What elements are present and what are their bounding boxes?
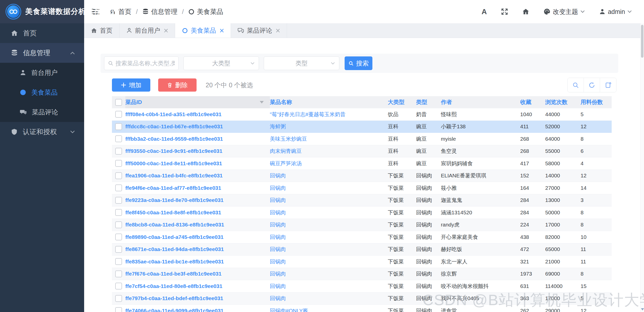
theme-switcher[interactable]: 改变主题 bbox=[543, 8, 585, 16]
column-header-type[interactable]: 类型 bbox=[416, 98, 441, 106]
tab-home[interactable]: 首页 bbox=[84, 23, 120, 38]
dish-id-link[interactable]: fff50000-c0ac-11ed-8e11-e8fb1c9ee031 bbox=[125, 160, 222, 167]
dish-id-link[interactable]: ffe797b4-c0aa-11ed-bdef-e8fb1c9ee031 bbox=[125, 295, 223, 301]
home-button[interactable] bbox=[522, 8, 529, 15]
dish-name-link[interactable]: 回锅肉 bbox=[270, 283, 286, 289]
dish-name-link[interactable]: 回锅肉 bbox=[270, 210, 286, 215]
table-row[interactable]: ffe9223a-c0aa-11ed-8e70-e8fb1c9ee031 回锅肉… bbox=[112, 194, 612, 207]
dish-name-link[interactable]: 回锅肉#ONLY酱 bbox=[270, 308, 308, 312]
dish-id-link[interactable]: ffe835ae-c0aa-11ed-bc1e-e8fb1c9ee031 bbox=[125, 259, 224, 265]
table-row[interactable]: ffe835ae-c0aa-11ed-bc1e-e8fb1c9ee031 回锅肉… bbox=[112, 256, 612, 268]
dish-name-link[interactable]: 回锅肉 bbox=[270, 173, 286, 178]
search-button[interactable]: 搜索 bbox=[345, 56, 372, 70]
dish-name-link[interactable]: 美味玉米炒豌豆 bbox=[270, 136, 307, 142]
column-header-id[interactable]: 菜品ID bbox=[125, 96, 270, 108]
row-checkbox[interactable] bbox=[115, 295, 122, 302]
tab-dish-comments[interactable]: 菜品评论 bbox=[231, 23, 287, 38]
table-row[interactable]: fffbb3a2-c0ac-11ed-9559-e8fb1c9ee031 美味玉… bbox=[112, 133, 612, 145]
refresh-button[interactable] bbox=[584, 78, 600, 92]
row-checkbox[interactable] bbox=[115, 172, 122, 179]
column-header-author[interactable]: 作者 bbox=[441, 98, 520, 106]
column-header-name[interactable]: 菜品名称 bbox=[270, 98, 388, 106]
major-category-select[interactable]: 大类型 bbox=[183, 56, 259, 70]
dish-id-link[interactable]: ffe8671e-c0aa-11ed-94da-e8fb1c9ee031 bbox=[125, 246, 224, 252]
dish-id-link[interactable]: ffea1906-c0aa-11ed-b4fc-e8fb1c9ee031 bbox=[125, 173, 223, 179]
sidebar-item-dish-comments[interactable]: 菜品评论 bbox=[0, 102, 84, 122]
table-row[interactable]: ffe8671e-c0aa-11ed-94da-e8fb1c9ee031 回锅肉… bbox=[112, 243, 612, 256]
dish-name-link[interactable]: "莓"好春光日志#蔓越莓玉米奶昔 bbox=[270, 111, 346, 117]
dish-id-link[interactable]: fff93550-c0ac-11ed-9c91-e8fb1c9ee031 bbox=[125, 148, 222, 154]
column-header-category[interactable]: 大类型 bbox=[388, 98, 416, 106]
dish-id-link[interactable]: fffbb3a2-c0ac-11ed-9559-e8fb1c9ee031 bbox=[125, 136, 223, 142]
table-row[interactable]: fff50000-c0ac-11ed-8e11-e8fb1c9ee031 碗豆芦… bbox=[112, 157, 612, 170]
column-header-favorites[interactable]: 收藏 bbox=[520, 98, 545, 106]
user-menu[interactable]: admin bbox=[599, 8, 632, 15]
row-checkbox[interactable] bbox=[115, 184, 122, 191]
dish-name-link[interactable]: 回锅肉 bbox=[270, 234, 286, 240]
dish-name-link[interactable]: 回锅肉 bbox=[270, 295, 286, 301]
breadcrumb-item-dishes[interactable]: 美食菜品 bbox=[188, 7, 223, 16]
dish-name-link[interactable]: 碗豆芦笋浓汤 bbox=[270, 160, 302, 166]
dish-id-link[interactable]: ffe74066-c0aa-11ed-9099-e8fb1c9ee031 bbox=[125, 308, 224, 312]
dish-id-link[interactable]: ffe9223a-c0aa-11ed-8e70-e8fb1c9ee031 bbox=[125, 197, 224, 203]
table-row[interactable]: ffe8f450-c0aa-11ed-8e8f-e8fb1c9ee031 回锅肉… bbox=[112, 206, 612, 219]
row-checkbox[interactable] bbox=[115, 123, 122, 130]
delete-button[interactable]: 删除 bbox=[158, 78, 197, 92]
row-checkbox[interactable] bbox=[115, 209, 122, 216]
dish-id-link[interactable]: ffe94f6e-c0aa-11ed-af77-e8fb1c9ee031 bbox=[125, 185, 221, 191]
sidebar-item-auth[interactable]: 认证和授权 bbox=[0, 122, 84, 142]
row-checkbox[interactable] bbox=[115, 258, 122, 265]
dish-name-link[interactable]: 回锅肉 bbox=[270, 246, 286, 252]
scrollbar-thumb[interactable] bbox=[641, 25, 643, 58]
sidebar-item-info-management[interactable]: 信息管理 bbox=[0, 43, 84, 63]
table-row[interactable]: ffe7f676-c0aa-11ed-be3f-e8fb1c9ee031 回锅肉… bbox=[112, 268, 612, 280]
breadcrumb-item-info[interactable]: 信息管理 bbox=[142, 7, 177, 16]
dish-id-link[interactable]: ffe7f676-c0aa-11ed-be3f-e8fb1c9ee031 bbox=[125, 271, 222, 277]
column-header-portions[interactable]: 用料份数 bbox=[581, 98, 612, 106]
row-checkbox[interactable] bbox=[115, 271, 122, 277]
sort-descending-icon[interactable] bbox=[260, 101, 264, 103]
columns-settings-button[interactable] bbox=[600, 78, 616, 92]
dish-name-link[interactable]: 回锅肉 bbox=[270, 185, 286, 191]
row-checkbox[interactable] bbox=[115, 135, 122, 142]
table-row[interactable]: ffe797b4-c0aa-11ed-bdef-e8fb1c9ee031 回锅肉… bbox=[112, 293, 612, 305]
table-row[interactable]: ffe8bcb8-c0aa-11ed-8136-e8fb1c9ee031 回锅肉… bbox=[112, 219, 612, 231]
sidebar-item-home[interactable]: 首页 bbox=[0, 23, 84, 43]
dish-id-link[interactable]: ffff08e4-c0b4-11ed-a351-e8fb1c9ee031 bbox=[125, 111, 222, 117]
search-toggle-button[interactable] bbox=[568, 78, 584, 92]
sidebar-item-food-dishes[interactable]: 美食菜品 bbox=[0, 82, 84, 102]
dish-name-link[interactable]: 海鲜粥 bbox=[270, 123, 286, 129]
dish-name-link[interactable]: 回锅肉 bbox=[270, 271, 286, 277]
dish-id-link[interactable]: fffdcc8c-c0ac-11ed-b67e-e8fb1c9ee031 bbox=[125, 123, 223, 130]
row-checkbox[interactable] bbox=[115, 234, 122, 240]
column-header-views[interactable]: 浏览次数 bbox=[545, 98, 581, 106]
close-icon[interactable] bbox=[276, 29, 280, 33]
close-icon[interactable] bbox=[220, 29, 224, 33]
type-select[interactable]: 类型 bbox=[264, 56, 339, 70]
search-input[interactable] bbox=[115, 60, 175, 67]
tab-frontend-users[interactable]: 前台用户 bbox=[120, 23, 175, 38]
dish-name-link[interactable]: 回锅肉 bbox=[270, 222, 286, 227]
row-checkbox[interactable] bbox=[115, 283, 122, 289]
row-checkbox[interactable] bbox=[115, 148, 122, 155]
table-row[interactable]: fffdcc8c-c0ac-11ed-b67e-e8fb1c9ee031 海鲜粥… bbox=[112, 121, 612, 133]
vertical-scrollbar[interactable] bbox=[640, 23, 644, 312]
dish-id-link[interactable]: ffe8f450-c0aa-11ed-8e8f-e8fb1c9ee031 bbox=[125, 210, 221, 216]
row-checkbox[interactable] bbox=[115, 197, 122, 204]
scroll-down-arrow-icon[interactable] bbox=[641, 308, 644, 310]
table-row[interactable]: ffe74066-c0aa-11ed-9099-e8fb1c9ee031 回锅肉… bbox=[112, 305, 612, 312]
table-row[interactable]: fff93550-c0ac-11ed-9c91-e8fb1c9ee031 肉末焖… bbox=[112, 145, 612, 158]
table-row[interactable]: ffe7cf54-c0aa-11ed-80e8-e8fb1c9ee031 回锅肉… bbox=[112, 280, 612, 293]
row-checkbox[interactable] bbox=[115, 307, 122, 312]
tab-food-dishes[interactable]: 美食菜品 bbox=[175, 23, 231, 38]
row-checkbox[interactable] bbox=[115, 160, 122, 167]
dish-name-link[interactable]: 肉末焖青豌豆 bbox=[270, 148, 302, 154]
dish-id-link[interactable]: ffe8bcb8-c0aa-11ed-8136-e8fb1c9ee031 bbox=[125, 222, 224, 228]
close-icon[interactable] bbox=[164, 29, 168, 33]
dish-name-link[interactable]: 回锅肉 bbox=[270, 197, 286, 203]
table-row[interactable]: ffe94f6e-c0aa-11ed-af77-e8fb1c9ee031 回锅肉… bbox=[112, 182, 612, 194]
sidebar-item-frontend-users[interactable]: 前台用户 bbox=[0, 63, 84, 82]
table-row[interactable]: ffea1906-c0aa-11ed-b4fc-e8fb1c9ee031 回锅肉… bbox=[112, 170, 612, 182]
dish-id-link[interactable]: ffe89890-c0aa-11ed-a745-e8fb1c9ee031 bbox=[125, 234, 224, 240]
row-checkbox[interactable] bbox=[115, 111, 122, 118]
